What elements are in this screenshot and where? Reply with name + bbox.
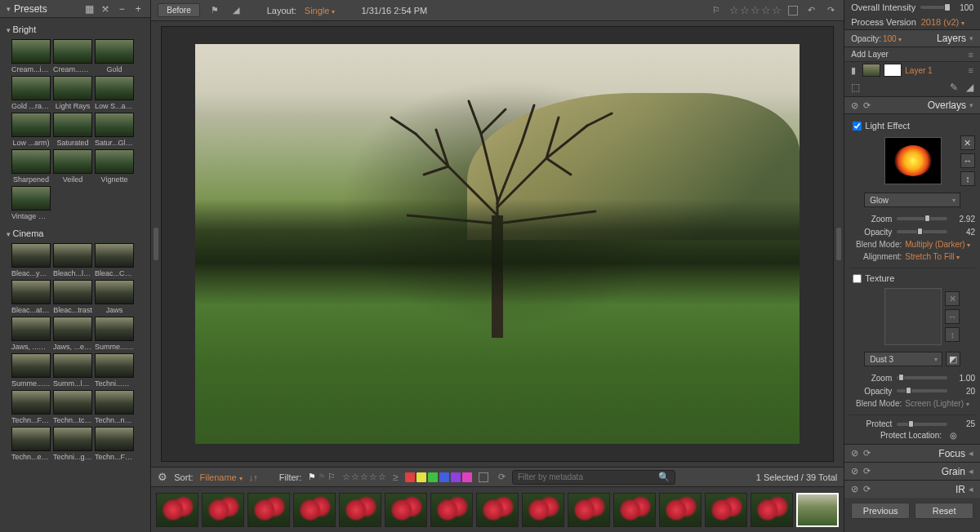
preset-item[interactable]: Techn...tched: [53, 390, 92, 424]
preset-item[interactable]: Jaws, ...Shift: [11, 317, 51, 351]
sync-icon[interactable]: ⟳: [863, 484, 871, 494]
film-thumb[interactable]: [430, 493, 473, 527]
overlays-title[interactable]: Overlays: [871, 100, 966, 111]
plus-icon[interactable]: +: [132, 3, 144, 15]
color-swatch[interactable]: [462, 472, 472, 482]
presets-list[interactable]: BrightCream...ightsCream...ette)GoldGold…: [0, 18, 150, 532]
preset-item[interactable]: Gold ...rame): [11, 76, 51, 110]
flip-v-icon[interactable]: ↕: [945, 327, 960, 342]
image-canvas[interactable]: [161, 26, 834, 462]
preset-item[interactable]: Light Rays: [53, 76, 92, 110]
preset-item[interactable]: Sharpened: [11, 149, 51, 184]
right-panel-handle[interactable]: [836, 228, 841, 260]
histogram-icon[interactable]: ◢: [229, 5, 243, 16]
before-button[interactable]: Before: [158, 3, 199, 17]
preset-item[interactable]: Veiled: [53, 149, 92, 184]
film-thumb[interactable]: [202, 493, 244, 527]
preset-item[interactable]: Techn...Faded: [11, 390, 51, 424]
preset-item[interactable]: Bleac...trast: [53, 280, 92, 314]
flag-black-icon[interactable]: ⚑: [318, 472, 326, 482]
layer-name[interactable]: Layer 1: [905, 66, 964, 75]
undo-icon[interactable]: ↶: [804, 5, 817, 16]
previous-button[interactable]: Previous: [851, 503, 910, 519]
preset-item[interactable]: Techni...grain): [53, 427, 92, 461]
preset-item[interactable]: Techn...Faded: [95, 427, 134, 461]
no-color-swatch[interactable]: [479, 472, 488, 482]
light-effect-preview[interactable]: [884, 137, 942, 184]
preset-item[interactable]: Low ...arm): [11, 113, 51, 147]
reset-icon[interactable]: ⊘: [851, 448, 858, 459]
tblend-value[interactable]: Screen (Lighter) ▾: [905, 399, 975, 408]
minus-icon[interactable]: −: [116, 3, 127, 15]
film-thumb[interactable]: [613, 493, 656, 527]
film-thumb[interactable]: [659, 493, 702, 527]
filmstrip[interactable]: [151, 486, 844, 532]
preset-item[interactable]: Low S...ation: [95, 76, 134, 110]
preset-item[interactable]: Jaws: [95, 280, 134, 314]
preset-item[interactable]: Summe...tion): [95, 317, 134, 351]
layers-title[interactable]: Layers: [902, 33, 966, 44]
film-thumb[interactable]: [705, 493, 747, 527]
flag-none-icon[interactable]: ⚐: [327, 472, 336, 482]
color-swatch[interactable]: [416, 472, 426, 482]
redo-icon[interactable]: ↷: [824, 5, 837, 16]
color-label-icon[interactable]: [788, 6, 798, 16]
color-swatch[interactable]: [451, 472, 461, 482]
preset-item[interactable]: Vintage Color: [11, 186, 51, 220]
film-thumb[interactable]: [293, 493, 336, 527]
film-thumb[interactable]: [751, 493, 793, 527]
star-icon[interactable]: ☆: [772, 4, 782, 16]
protect-slider[interactable]: [897, 423, 947, 426]
reset-icon[interactable]: ⊘: [851, 484, 858, 494]
preset-item[interactable]: Cream...ights: [11, 39, 51, 73]
preset-item[interactable]: Jaws, ...e Skin: [53, 317, 92, 351]
process-version-value[interactable]: 2018 (v2) ▾: [921, 17, 973, 27]
light-preset-dropdown[interactable]: Glow: [864, 193, 960, 207]
chevron-down-icon[interactable]: ▾: [7, 5, 11, 13]
film-thumb[interactable]: [247, 493, 290, 527]
flip-v-icon[interactable]: ↕: [960, 171, 975, 186]
layers-opacity-value[interactable]: 100 ▾: [883, 34, 902, 43]
metadata-search[interactable]: 🔍: [512, 470, 675, 485]
color-swatch[interactable]: [428, 472, 438, 482]
preset-item[interactable]: Satur...Glow): [95, 113, 134, 147]
star-icon[interactable]: ☆: [740, 4, 750, 16]
reset-overlays-icon[interactable]: ⊘: [851, 100, 858, 111]
preset-item[interactable]: Techn...ess 4: [11, 427, 51, 461]
preset-item[interactable]: Saturated: [53, 113, 92, 147]
star-icon[interactable]: ☆: [761, 4, 771, 16]
layer-visibility-icon[interactable]: ▮: [851, 65, 859, 76]
sync-icon[interactable]: ⟳: [863, 448, 871, 459]
preset-item[interactable]: Cream...ette): [53, 39, 92, 73]
sync-icon[interactable]: ⟳: [863, 466, 871, 477]
flag-outline-icon[interactable]: ⚐: [710, 5, 723, 16]
film-thumb[interactable]: [522, 493, 564, 527]
texture-opacity-slider[interactable]: [897, 389, 947, 392]
align-value[interactable]: Stretch To Fill ▾: [905, 252, 975, 261]
rating-stars[interactable]: ☆ ☆ ☆ ☆ ☆: [729, 4, 782, 16]
star-icon[interactable]: ☆: [751, 4, 760, 16]
crop-icon[interactable]: ⬚: [851, 82, 860, 93]
preset-item[interactable]: Gold: [95, 39, 134, 73]
section-grain[interactable]: ⊘⟳Grain◂: [844, 462, 980, 480]
film-thumb[interactable]: [568, 493, 610, 527]
sync-overlays-icon[interactable]: ⟳: [863, 100, 871, 111]
film-thumb[interactable]: [796, 493, 839, 527]
sort-value[interactable]: Filename ▾: [200, 472, 243, 482]
layout-value[interactable]: Single ▾: [305, 6, 336, 16]
brush-icon[interactable]: ✎: [950, 82, 958, 93]
link-icon[interactable]: ⟳: [498, 472, 506, 482]
gear-icon[interactable]: ⚙: [158, 471, 167, 483]
texture-preset-dropdown[interactable]: Dust 3: [864, 352, 942, 366]
light-effect-checkbox[interactable]: [853, 122, 862, 131]
add-layer-button[interactable]: Add Layer: [851, 50, 963, 59]
texture-preview[interactable]: [884, 288, 942, 345]
sort-direction-icon[interactable]: ↓↑: [249, 472, 258, 482]
reset-icon[interactable]: ⊘: [851, 466, 858, 477]
texture-zoom-slider[interactable]: [897, 376, 947, 379]
preset-group-bright[interactable]: Bright: [5, 21, 145, 38]
filter-stars[interactable]: ☆☆☆☆☆: [342, 472, 386, 482]
section-ir[interactable]: ⊘⟳IR◂: [844, 480, 980, 498]
left-panel-handle[interactable]: [154, 228, 158, 260]
target-icon[interactable]: ◎: [950, 431, 957, 440]
